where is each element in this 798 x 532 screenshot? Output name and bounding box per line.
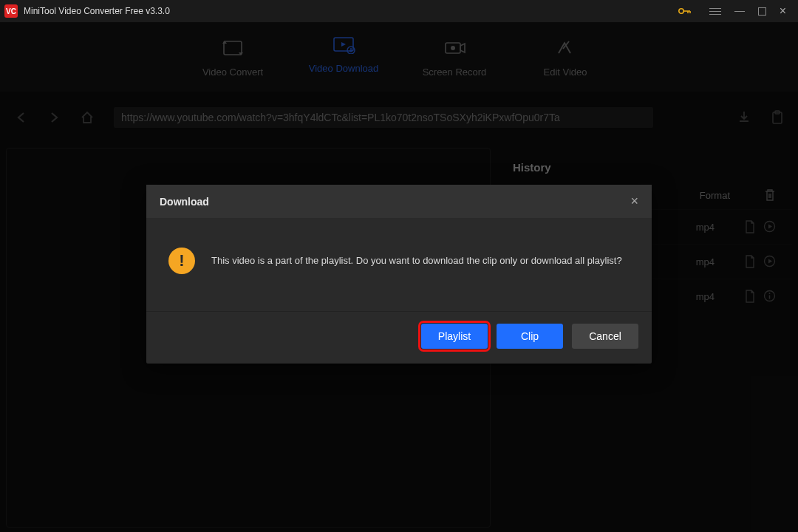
warning-icon: ! — [168, 248, 195, 274]
menu-icon[interactable] — [709, 8, 721, 15]
download-dialog: Download × ! This video is a part of the… — [146, 185, 652, 364]
file-icon[interactable] — [744, 220, 756, 233]
dialog-header: Download × — [146, 185, 652, 218]
url-input[interactable]: https://www.youtube.com/watch?v=3hfqY4ld… — [114, 107, 653, 128]
download-button[interactable] — [737, 110, 751, 125]
browser-toolbar: https://www.youtube.com/watch?v=3hfqY4ld… — [0, 92, 798, 143]
home-button[interactable] — [80, 111, 95, 124]
dialog-footer: Playlist Clip Cancel — [146, 311, 652, 364]
maximize-button[interactable] — [758, 7, 766, 16]
dialog-title: Download — [160, 196, 209, 208]
tab-label: Video Download — [309, 63, 378, 74]
playlist-button[interactable]: Playlist — [421, 324, 488, 349]
clipboard-button[interactable] — [771, 110, 783, 125]
tab-edit-video[interactable]: Edit Video — [510, 22, 621, 92]
clip-button[interactable]: Clip — [497, 324, 563, 349]
history-format: mp4 — [696, 256, 715, 267]
tab-screen-record[interactable]: Screen Record — [399, 22, 510, 92]
edit-icon — [553, 37, 578, 59]
svg-marker-6 — [341, 42, 346, 47]
main-nav: Video Convert Video Download Screen Reco… — [0, 22, 798, 92]
app-logo-icon: VC — [4, 4, 18, 18]
svg-marker-15 — [768, 259, 772, 264]
back-button[interactable] — [15, 111, 28, 124]
key-icon[interactable] — [678, 7, 692, 16]
minimize-button[interactable] — [734, 11, 745, 12]
play-icon[interactable] — [763, 255, 776, 268]
close-window-button[interactable]: × — [780, 4, 786, 18]
forward-button[interactable] — [47, 111, 61, 124]
history-format: mp4 — [696, 222, 715, 233]
url-text: https://www.youtube.com/watch?v=3hfqY4ld… — [121, 112, 560, 123]
history-format: mp4 — [696, 291, 715, 302]
play-icon[interactable] — [763, 220, 776, 233]
convert-icon — [220, 37, 245, 59]
dialog-close-button[interactable]: × — [630, 194, 638, 209]
tab-video-convert[interactable]: Video Convert — [177, 22, 288, 92]
format-header: Format — [700, 190, 730, 201]
tab-label: Video Convert — [202, 66, 263, 78]
svg-marker-13 — [768, 225, 772, 229]
download-icon — [331, 33, 356, 55]
tab-label: Screen Record — [423, 66, 487, 78]
titlebar: VC MiniTool Video Converter Free v3.3.0 … — [0, 0, 798, 22]
file-icon[interactable] — [744, 290, 756, 303]
svg-point-17 — [769, 293, 771, 294]
dialog-message: This video is a part of the playlist. Do… — [211, 253, 622, 268]
history-heading: History — [497, 148, 792, 181]
svg-point-9 — [451, 46, 455, 50]
cancel-button[interactable]: Cancel — [572, 324, 638, 349]
record-icon — [442, 37, 467, 59]
tab-video-download[interactable]: Video Download — [288, 22, 399, 92]
app-title: MiniTool Video Converter Free v3.3.0 — [24, 6, 678, 16]
info-icon[interactable] — [763, 290, 776, 303]
trash-icon[interactable] — [764, 188, 776, 202]
svg-point-0 — [678, 9, 683, 13]
tab-label: Edit Video — [543, 66, 587, 78]
file-icon[interactable] — [744, 255, 756, 268]
